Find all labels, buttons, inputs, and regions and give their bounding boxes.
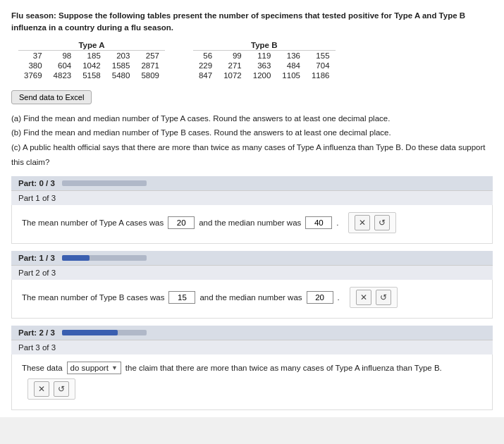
part-2-text3: . [338, 293, 340, 302]
part-3-check-group: ✕ ↺ [27, 378, 75, 400]
part-1-text2: and the median number was [199, 218, 301, 227]
table-row: 3769 [18, 70, 48, 80]
part-1-refresh-button[interactable]: ↺ [374, 215, 390, 230]
problem-intro: Flu season: Suppose the following tables… [11, 10, 493, 35]
table-row: 203 [106, 50, 136, 61]
part-1-answer-row: The mean number of Type A cases was and … [22, 212, 482, 233]
part-3-header: Part: 2 / 3 [11, 326, 493, 340]
part-1-header: Part: 0 / 3 [11, 176, 493, 190]
part-1-check-group: ✕ ↺ [348, 212, 396, 233]
part-1-median-input[interactable] [305, 216, 332, 229]
part-3-sub-header: Part 3 of 3 [11, 340, 493, 354]
table-row: 257 [135, 50, 165, 61]
type-a-header: Type A [18, 40, 165, 51]
table-row: 380 [18, 61, 48, 70]
table-row: 229 [193, 61, 218, 70]
part-3-dropdown-value: do support [70, 364, 109, 372]
question-b: (b) Find the mean and median number of T… [11, 125, 493, 140]
type-b-table: Type B 569911913615522927136348470484710… [193, 40, 336, 80]
part-2-progress-fill [62, 255, 90, 261]
part-3-body: These data do support ▼ the claim that t… [11, 354, 493, 410]
table-row: 98 [48, 50, 78, 61]
table-row: 704 [306, 61, 336, 70]
part-2-sub-header: Part 2 of 3 [11, 265, 493, 280]
part-3-text2: the claim that there are more than twice… [125, 364, 442, 372]
chevron-down-icon: ▼ [111, 364, 118, 371]
part-3-progress-fill [62, 330, 118, 335]
part-2-close-button[interactable]: ✕ [356, 290, 371, 305]
table-row: 484 [276, 61, 306, 70]
table-row: 1105 [276, 70, 306, 80]
part-1-label: Part: 0 / 3 [18, 179, 55, 187]
table-row: 1585 [106, 61, 136, 70]
table-row: 185 [77, 50, 106, 61]
table-row: 136 [276, 50, 306, 61]
part-2-header: Part: 1 / 3 [11, 251, 493, 265]
part-3-section: Part: 2 / 3 Part 3 of 3 These data do su… [11, 326, 493, 410]
type-b-header: Type B [193, 40, 336, 51]
send-excel-button[interactable]: Send data to Excel [11, 90, 92, 104]
table-row: 5480 [106, 70, 136, 80]
part-1-body: The mean number of Type A cases was and … [11, 205, 493, 244]
table-row: 155 [306, 50, 336, 61]
table-row: 363 [247, 61, 277, 70]
part-2-answer-row: The mean number of Type B cases was and … [22, 287, 482, 308]
part-2-check-group: ✕ ↺ [350, 287, 398, 308]
part-3-dropdown[interactable]: do support ▼ [67, 362, 121, 374]
table-row: 5158 [77, 70, 106, 80]
part-2-text2: and the median number was [199, 293, 302, 302]
part-1-close-button[interactable]: ✕ [355, 215, 370, 230]
part-3-refresh-button[interactable]: ↺ [54, 381, 69, 397]
part-2-median-input[interactable] [307, 291, 333, 304]
table-row: 99 [218, 50, 247, 61]
part-3-answer-row: These data do support ▼ the claim that t… [22, 362, 482, 400]
part-2-body: The mean number of Type B cases was and … [11, 280, 493, 319]
table-row: 56 [193, 50, 218, 61]
part-1-text1: The mean number of Type A cases was [22, 218, 164, 227]
part-1-text3: . [336, 218, 338, 227]
tables-container: Type A 379818520325738060410421585287137… [18, 40, 493, 80]
part-1-sub-header: Part 1 of 3 [11, 190, 493, 205]
part-2-section: Part: 1 / 3 Part 2 of 3 The mean number … [11, 251, 493, 319]
part-2-label: Part: 1 / 3 [18, 254, 55, 262]
part-1-progress-bg [62, 180, 147, 186]
table-row: 604 [48, 61, 78, 70]
part-3-text1: These data [22, 364, 63, 372]
question-a: (a) Find the mean and median number of T… [11, 111, 493, 126]
part-1-mean-input[interactable] [168, 216, 195, 229]
part-2-mean-input[interactable] [168, 291, 195, 304]
part-2-progress-bg [62, 255, 147, 261]
table-row: 271 [218, 61, 247, 70]
type-a-table: Type A 379818520325738060410421585287137… [18, 40, 165, 80]
questions-list: (a) Find the mean and median number of T… [11, 111, 493, 170]
table-row: 1186 [306, 70, 336, 80]
table-row: 1042 [77, 61, 106, 70]
table-row: 37 [18, 50, 48, 61]
table-row: 4823 [48, 70, 78, 80]
part-2-text1: The mean number of Type B cases was [22, 293, 164, 302]
table-row: 5809 [135, 70, 165, 80]
table-row: 1200 [247, 70, 277, 80]
part-3-close-button[interactable]: ✕ [34, 381, 49, 397]
table-row: 119 [247, 50, 277, 61]
table-row: 847 [193, 70, 218, 80]
part-3-label: Part: 2 / 3 [18, 328, 55, 337]
table-row: 2871 [135, 61, 165, 70]
table-row: 1072 [218, 70, 247, 80]
part-1-section: Part: 0 / 3 Part 1 of 3 The mean number … [11, 176, 493, 244]
question-c: (c) A public health official says that t… [11, 140, 493, 169]
part-3-progress-bg [62, 330, 147, 335]
part-2-refresh-button[interactable]: ↺ [376, 290, 391, 305]
